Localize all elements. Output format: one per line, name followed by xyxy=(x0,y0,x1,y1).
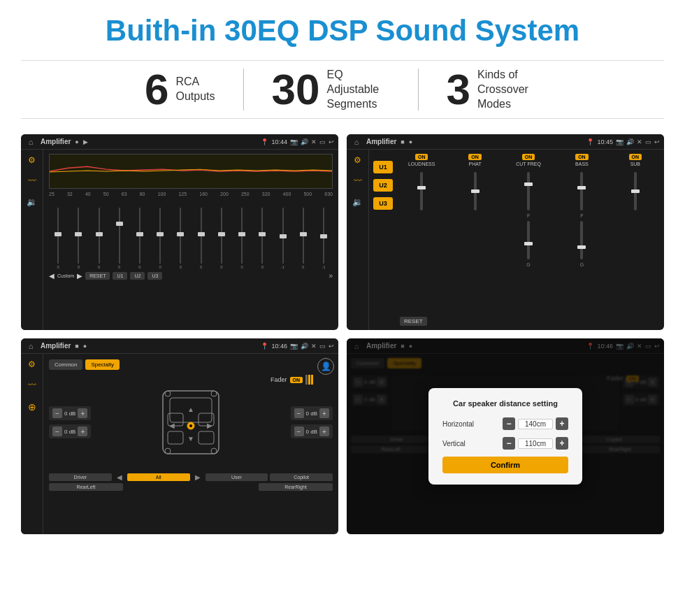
fader-speaker-icon[interactable]: ⊕ xyxy=(28,401,36,413)
fader-left-top-dec[interactable]: − xyxy=(52,408,62,418)
fader-left-bottom-dec[interactable]: − xyxy=(52,427,62,436)
eq-next-button[interactable]: ▶ xyxy=(77,272,82,280)
modal-vertical-inc[interactable]: + xyxy=(556,437,568,450)
fader-right-volumes: − 0 dB + − 0 dB + xyxy=(291,406,333,438)
fader-tab-common[interactable]: Common xyxy=(49,359,82,370)
crossover-filter-icon[interactable]: ⚙ xyxy=(354,155,361,165)
fader-rearleft-button[interactable]: RearLeft xyxy=(49,483,123,491)
eq-slider-6[interactable]: 0 xyxy=(151,208,169,269)
eq-reset-button[interactable]: RESET xyxy=(85,272,110,280)
eq-dot-icon: ● xyxy=(75,138,78,145)
fader-on-toggle[interactable]: ON xyxy=(290,377,303,383)
crossover-sidebar: ⚙ 〰 🔉 xyxy=(347,150,369,330)
eq-topbar: ⌂ Amplifier ● ▶ 📍 10:44 📷 🔊 ✕ ▭ ↩ xyxy=(21,134,338,150)
crossover-home-icon[interactable]: ⌂ xyxy=(351,136,362,148)
fader-right-bottom-inc[interactable]: + xyxy=(319,427,329,436)
distance-modal: Car speaker distance setting Horizontal … xyxy=(428,388,582,485)
eq-slider-8[interactable]: 0 xyxy=(192,208,210,269)
fader-home-icon[interactable]: ⌂ xyxy=(25,341,36,352)
fader-rearright-button[interactable]: RearRight xyxy=(259,483,333,491)
cutfreq-slider[interactable]: F G xyxy=(504,169,553,311)
fader-left-bottom-vol: − 0 dB + xyxy=(49,424,91,438)
fader-filter-icon[interactable]: ⚙ xyxy=(28,359,36,369)
eq-prev-button[interactable]: ◀ xyxy=(49,272,55,280)
fader-user-button[interactable]: User xyxy=(206,473,268,481)
eq-speaker-icon[interactable]: 🔉 xyxy=(27,197,37,207)
crossover-sliders-area: F G F G xyxy=(397,169,660,311)
eq-slider-3[interactable]: 0 xyxy=(89,208,108,269)
fader-all-button[interactable]: All xyxy=(127,473,190,481)
fader-back-icon[interactable]: ↩ xyxy=(329,343,334,350)
eq-slider-10[interactable]: 0 xyxy=(233,208,251,269)
modal-horizontal-dec[interactable]: − xyxy=(503,417,515,430)
volume-icon: 🔊 xyxy=(301,138,308,145)
loudness-slider[interactable] xyxy=(397,169,446,311)
crossover-close-icon[interactable]: ✕ xyxy=(637,138,642,145)
crossover-reset-area: RESET xyxy=(397,314,660,326)
crossover-topbar-icons: 📍 10:45 📷 🔊 ✕ ▭ ↩ xyxy=(586,138,660,145)
fader-profile-icon[interactable]: 👤 xyxy=(317,358,334,375)
car-diagram-svg: ▲ ▼ ◀ ▶ xyxy=(152,377,229,468)
fader-right-top-dec[interactable]: − xyxy=(294,408,304,418)
sub-slider[interactable] xyxy=(611,169,660,311)
fader-left-bottom-val: 0 dB xyxy=(64,429,75,435)
bass-label: BASS xyxy=(575,162,589,166)
fader-tab-specialty[interactable]: Specialty xyxy=(85,359,119,370)
eq-slider-5[interactable]: 0 xyxy=(131,208,149,269)
eq-u2-button[interactable]: U2 xyxy=(130,272,145,280)
eq-filter-icon[interactable]: ⚙ xyxy=(28,155,36,165)
crossover-wave-icon[interactable]: 〰 xyxy=(354,176,362,186)
eq-title: Amplifier xyxy=(41,138,71,145)
eq-slider-9[interactable]: 0 xyxy=(212,208,231,269)
eq-slider-12[interactable]: -1 xyxy=(273,208,291,269)
bass-slider[interactable]: F G xyxy=(557,169,606,311)
eq-slider-2[interactable]: 0 xyxy=(69,208,87,269)
fader-left-bottom-inc[interactable]: + xyxy=(78,427,87,436)
fader-left-volumes: − 0 dB + − 0 dB + xyxy=(49,406,91,438)
loudness-on-badge[interactable]: ON xyxy=(415,154,428,160)
fader-camera-icon: 📷 xyxy=(290,343,298,350)
eq-slider-7[interactable]: 0 xyxy=(171,208,189,269)
fader-right-top-inc[interactable]: + xyxy=(319,408,329,418)
close-icon[interactable]: ✕ xyxy=(311,138,317,145)
home-icon[interactable]: ⌂ xyxy=(25,136,36,148)
crossover-back-icon[interactable]: ↩ xyxy=(654,138,660,145)
crossover-u3-button[interactable]: U3 xyxy=(373,197,393,210)
eq-slider-14[interactable]: -1 xyxy=(315,208,333,269)
svg-text:▶: ▶ xyxy=(207,422,212,429)
sub-on-badge[interactable]: ON xyxy=(629,154,642,160)
fader-wave-icon[interactable]: 〰 xyxy=(28,380,36,390)
crossover-u1-button[interactable]: U1 xyxy=(373,161,393,173)
eq-slider-11[interactable]: 0 xyxy=(253,208,271,269)
eq-u1-button[interactable]: U1 xyxy=(113,272,127,280)
confirm-button[interactable]: Confirm xyxy=(442,457,568,473)
eq-main-area: 25 32 40 50 63 80 100 125 160 200 250 32… xyxy=(43,150,338,330)
eq-u3-button[interactable]: U3 xyxy=(147,272,162,280)
fader-left-top-inc[interactable]: + xyxy=(78,408,87,418)
crossover-speaker-icon[interactable]: 🔉 xyxy=(352,197,363,207)
modal-vertical-dec[interactable]: − xyxy=(503,437,515,450)
fader-main-area: Common Specialty 👤 Fader ON xyxy=(43,354,338,534)
eq-expand-icon[interactable]: » xyxy=(329,272,333,280)
eq-slider-13[interactable]: 0 xyxy=(294,208,312,269)
bass-on-badge[interactable]: ON xyxy=(575,154,589,160)
modal-horizontal-inc[interactable]: + xyxy=(556,417,568,430)
fader-copilot-button[interactable]: Copilot xyxy=(270,473,333,481)
back-icon[interactable]: ↩ xyxy=(329,138,334,145)
eq-slider-4[interactable]: 5 xyxy=(110,208,129,269)
crossover-reset-button[interactable]: RESET xyxy=(400,317,427,326)
fader-left-arrow-icon: ◀ xyxy=(114,473,125,481)
fader-driver-button[interactable]: Driver xyxy=(49,473,112,481)
main-title: Buith-in 30EQ DSP Sound System xyxy=(21,14,664,48)
phat-slider[interactable] xyxy=(450,169,499,311)
phat-on-badge[interactable]: ON xyxy=(468,154,482,160)
eq-wave-icon[interactable]: 〰 xyxy=(28,176,36,186)
cutfreq-on-badge[interactable]: ON xyxy=(522,154,535,160)
fader-right-arrow-icon: ▶ xyxy=(192,473,203,481)
eq-custom-label: Custom xyxy=(57,273,74,278)
crossover-u2-button[interactable]: U2 xyxy=(373,179,393,192)
fader-controls-row: − 0 dB + − 0 dB + xyxy=(49,377,333,468)
fader-close-icon[interactable]: ✕ xyxy=(311,343,317,350)
fader-right-bottom-dec[interactable]: − xyxy=(294,427,304,436)
eq-slider-1[interactable]: 0 xyxy=(49,208,67,269)
